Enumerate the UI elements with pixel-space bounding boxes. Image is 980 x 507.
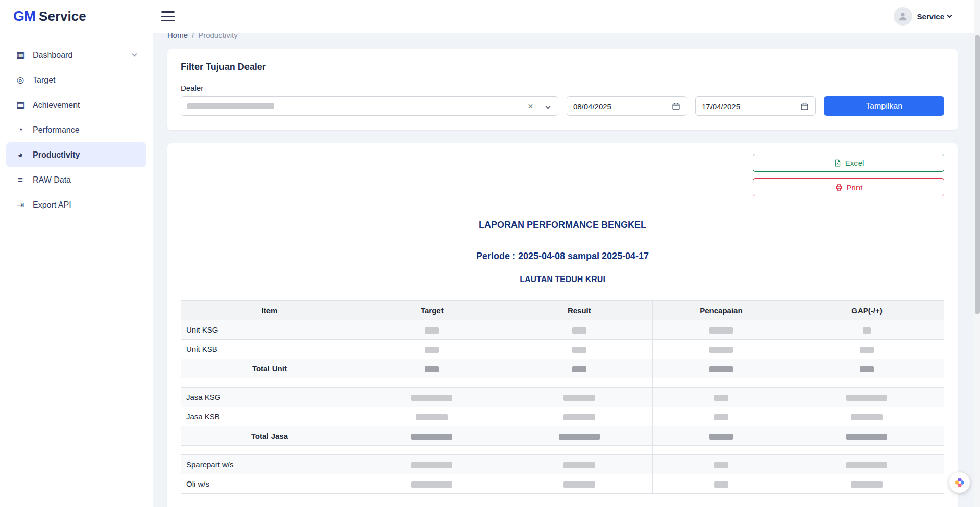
avatar[interactable] bbox=[894, 7, 912, 26]
redacted-value-cell bbox=[790, 474, 944, 494]
redacted-value-cell bbox=[652, 340, 790, 359]
redacted-value-cell bbox=[506, 474, 652, 494]
row-item-label: Unit KSB bbox=[181, 340, 358, 359]
clear-selection-icon[interactable]: × bbox=[524, 101, 537, 112]
dashboard-icon: ▦ bbox=[15, 49, 26, 60]
sidebar-item-performance[interactable]: ◔Performance bbox=[6, 117, 146, 142]
raw-data-icon: ≡ bbox=[15, 175, 26, 185]
excel-button[interactable]: Excel bbox=[753, 154, 944, 172]
redacted-value-cell bbox=[358, 340, 506, 359]
column-header: Pencapaian bbox=[652, 301, 790, 320]
sidebar-item-label: Productivity bbox=[33, 150, 137, 160]
redacted-value-cell bbox=[652, 474, 790, 494]
chevron-down-icon bbox=[132, 52, 137, 57]
table-spacer-row bbox=[181, 378, 944, 388]
table-row: Sparepart w/s bbox=[181, 455, 944, 474]
date-from-value: 08/04/2025 bbox=[573, 102, 611, 111]
sidebar-item-label: RAW Data bbox=[33, 175, 137, 185]
report-dealer-name: LAUTAN TEDUH KRUI bbox=[181, 275, 944, 284]
sidebar-item-target[interactable]: ◎Target bbox=[6, 67, 146, 92]
redacted-value-cell bbox=[790, 388, 944, 407]
chevron-down-icon bbox=[947, 13, 952, 18]
logo-gm-text: GM bbox=[13, 8, 35, 24]
print-button[interactable]: Print bbox=[753, 178, 944, 196]
table-row: Total Unit bbox=[181, 359, 944, 378]
redacted-value-cell bbox=[358, 320, 506, 340]
filter-card: Filter Tujuan Dealer Dealer × 08/04/2025… bbox=[167, 49, 958, 130]
table-row: Unit KSB bbox=[181, 340, 944, 359]
table-spacer-row bbox=[181, 446, 944, 455]
date-from-input[interactable]: 08/04/2025 bbox=[567, 96, 687, 116]
export-buttons: Excel Print bbox=[181, 154, 944, 196]
pinwheel-icon bbox=[954, 477, 965, 488]
row-item-label: Jasa KSB bbox=[181, 407, 358, 426]
hamburger-menu-icon[interactable] bbox=[161, 11, 175, 21]
report-table: ItemTargetResultPencapaianGAP(-/+) Unit … bbox=[181, 300, 944, 494]
row-item-label: Unit KSG bbox=[181, 320, 358, 340]
redacted-value-cell bbox=[652, 455, 790, 474]
redacted-value-cell bbox=[790, 455, 944, 474]
redacted-value-cell bbox=[506, 359, 652, 378]
dealer-selected-value-redacted bbox=[187, 103, 274, 109]
chevron-down-icon[interactable] bbox=[545, 104, 550, 109]
sidebar-item-label: Dashboard bbox=[33, 50, 126, 60]
report-table-body: Unit KSGUnit KSBTotal UnitJasa KSGJasa K… bbox=[181, 320, 944, 494]
column-header: Target bbox=[358, 301, 506, 320]
report-title: LAPORAN PERFORMANCE BENGKEL bbox=[181, 220, 944, 231]
redacted-value-cell bbox=[506, 455, 652, 474]
vertical-scrollbar[interactable] bbox=[974, 0, 980, 507]
main-content: Productivity Home / Productivity Filter … bbox=[153, 0, 980, 507]
sidebar-item-raw-data[interactable]: ≡RAW Data bbox=[6, 167, 146, 192]
excel-file-icon bbox=[834, 159, 841, 167]
productivity-icon: ◕ bbox=[15, 150, 26, 160]
logo-service-text: Service bbox=[39, 9, 86, 24]
table-row: Total Jasa bbox=[181, 426, 944, 446]
redacted-value-cell bbox=[652, 359, 790, 378]
target-icon: ◎ bbox=[15, 74, 26, 85]
filter-card-title: Filter Tujuan Dealer bbox=[181, 62, 944, 72]
report-card: Excel Print LAPORAN PERFORMANCE BENGKEL … bbox=[167, 143, 958, 507]
date-to-input[interactable]: 17/04/2025 bbox=[695, 96, 816, 116]
table-header-row: ItemTargetResultPencapaianGAP(-/+) bbox=[181, 301, 944, 320]
sidebar: ▦Dashboard◎Target▤Achievement◔Performanc… bbox=[0, 33, 153, 507]
tampilkan-button[interactable]: Tampilkan bbox=[824, 96, 944, 116]
sidebar-item-productivity[interactable]: ◕Productivity bbox=[6, 142, 146, 167]
scrollbar-thumb[interactable] bbox=[975, 35, 980, 314]
sidebar-item-label: Performance bbox=[33, 125, 137, 135]
date-to-value: 17/04/2025 bbox=[702, 102, 740, 111]
column-header: Item bbox=[181, 301, 358, 320]
sidebar-item-label: Export API bbox=[33, 200, 137, 210]
floating-widget-button[interactable] bbox=[949, 472, 970, 493]
top-header: GM Service Service bbox=[0, 0, 980, 33]
redacted-value-cell bbox=[790, 359, 944, 378]
column-header: Result bbox=[506, 301, 652, 320]
user-menu[interactable]: Service bbox=[894, 7, 951, 26]
row-item-label: Total Jasa bbox=[181, 426, 358, 446]
column-header: GAP(-/+) bbox=[790, 301, 944, 320]
sidebar-item-export-api[interactable]: ⇥Export API bbox=[6, 192, 146, 217]
row-item-label: Sparepart w/s bbox=[181, 455, 358, 474]
user-menu-label[interactable]: Service bbox=[917, 12, 951, 21]
filter-controls: × 08/04/2025 17/04/2025 Tampilkan bbox=[181, 96, 944, 116]
app-logo: GM Service bbox=[0, 8, 153, 24]
dealer-select[interactable]: × bbox=[181, 96, 558, 116]
redacted-value-cell bbox=[790, 340, 944, 359]
redacted-value-cell bbox=[506, 320, 652, 340]
redacted-value-cell bbox=[652, 320, 790, 340]
redacted-value-cell bbox=[790, 320, 944, 340]
sidebar-item-dashboard[interactable]: ▦Dashboard bbox=[6, 42, 146, 67]
calendar-icon[interactable] bbox=[672, 102, 680, 111]
person-icon bbox=[897, 11, 909, 22]
redacted-value-cell bbox=[358, 407, 506, 426]
printer-icon bbox=[835, 184, 843, 191]
sidebar-item-achievement[interactable]: ▤Achievement bbox=[6, 92, 146, 117]
redacted-value-cell bbox=[790, 407, 944, 426]
dealer-field-label: Dealer bbox=[181, 84, 944, 92]
export-api-icon: ⇥ bbox=[15, 199, 26, 210]
table-row: Jasa KSG bbox=[181, 388, 944, 407]
sidebar-item-label: Target bbox=[33, 75, 137, 85]
redacted-value-cell bbox=[652, 407, 790, 426]
redacted-value-cell bbox=[358, 455, 506, 474]
table-row: Unit KSG bbox=[181, 320, 944, 340]
calendar-icon[interactable] bbox=[800, 102, 809, 111]
